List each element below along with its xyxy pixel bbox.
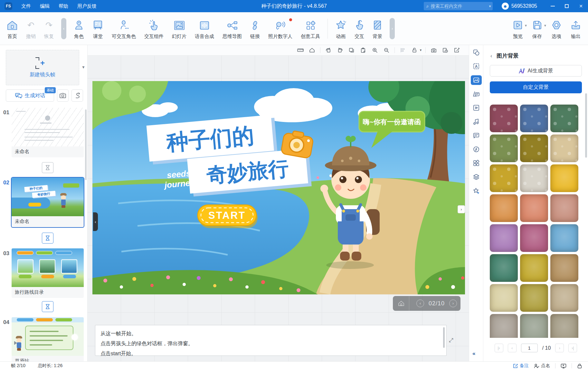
save-button[interactable]: ▼ 保存 bbox=[527, 18, 547, 40]
frame-item-3[interactable]: 旅行路线目录 bbox=[12, 248, 84, 298]
formula-tool[interactable] bbox=[471, 144, 482, 154]
page-number-input[interactable] bbox=[521, 344, 538, 352]
background-swatch[interactable] bbox=[490, 224, 518, 252]
video-tool[interactable] bbox=[471, 103, 482, 113]
copy-icon[interactable] bbox=[347, 46, 356, 54]
presenter-view-button[interactable] bbox=[561, 364, 566, 368]
background-swatch[interactable] bbox=[490, 105, 518, 132]
history-icon[interactable] bbox=[441, 46, 450, 54]
shapes-tool[interactable] bbox=[471, 48, 482, 57]
editor-canvas[interactable]: ▼ bbox=[88, 45, 469, 361]
export-button[interactable]: 输出 bbox=[566, 18, 585, 40]
notes-scrollbar[interactable] bbox=[443, 327, 445, 348]
unlock-icon[interactable] bbox=[410, 46, 419, 54]
background-swatch[interactable] bbox=[550, 284, 578, 312]
snapshot-icon[interactable] bbox=[429, 46, 439, 54]
background-swatch[interactable] bbox=[550, 105, 578, 132]
slides-button[interactable]: 幻灯片 bbox=[168, 18, 191, 40]
stage-illustration[interactable]: 种子们的 seeds' journey 奇妙旅行 嗨~你有一份 bbox=[92, 81, 465, 294]
caption-tool[interactable] bbox=[471, 131, 482, 140]
background-button[interactable]: 背景 bbox=[368, 18, 386, 40]
interactive-character-button[interactable]: 可交互角色 bbox=[108, 18, 140, 40]
background-swatch[interactable] bbox=[520, 164, 548, 192]
layers-tool[interactable] bbox=[471, 172, 482, 182]
collapse-sidebar-handle[interactable]: ‹ bbox=[93, 212, 98, 231]
interaction-button[interactable]: 交互 bbox=[350, 18, 368, 40]
transition-button-2[interactable] bbox=[42, 233, 53, 244]
background-swatch[interactable] bbox=[550, 134, 578, 162]
options-button[interactable]: 选项 bbox=[547, 18, 566, 40]
classroom-button[interactable]: 课堂 bbox=[88, 18, 108, 40]
background-swatch[interactable] bbox=[490, 194, 518, 222]
background-swatch[interactable] bbox=[490, 134, 518, 162]
ai-generate-background-button[interactable]: AI生成背景 bbox=[490, 65, 582, 77]
home-outline-icon[interactable] bbox=[307, 46, 317, 54]
menu-help[interactable]: 帮助 bbox=[55, 2, 71, 11]
background-swatch[interactable] bbox=[520, 284, 548, 312]
transition-button-1[interactable] bbox=[42, 162, 53, 173]
favorites-tool[interactable] bbox=[471, 186, 482, 196]
prev-page-button[interactable]: ‹ bbox=[508, 344, 517, 352]
photo-avatar-button[interactable]: 照片数字人 bbox=[264, 18, 297, 40]
new-frame-button[interactable]: + 新建镜头帧 bbox=[6, 50, 79, 85]
frame-item-2-selected[interactable]: 种子们的 奇妙旅行 未命名 bbox=[12, 178, 84, 227]
prev-frame-button[interactable]: ‹ bbox=[416, 300, 424, 307]
background-swatch[interactable] bbox=[550, 254, 578, 282]
link-button[interactable]: 链接 bbox=[246, 18, 264, 40]
background-swatch[interactable] bbox=[490, 284, 518, 312]
background-swatch[interactable] bbox=[550, 314, 578, 338]
background-swatch[interactable] bbox=[520, 224, 548, 252]
user-avatar[interactable]: ☻ bbox=[502, 3, 509, 10]
next-page-button[interactable]: › bbox=[555, 344, 564, 352]
template-tool[interactable] bbox=[471, 89, 482, 99]
background-swatch[interactable] bbox=[520, 314, 548, 338]
next-frame-button[interactable]: › bbox=[449, 300, 457, 307]
custom-background-button[interactable]: 自定义背景 bbox=[490, 81, 582, 93]
tts-button[interactable]: 语音合成 bbox=[191, 18, 218, 40]
panel-scrollbar[interactable] bbox=[585, 93, 587, 158]
home-button[interactable]: 首页 bbox=[3, 18, 22, 40]
background-swatch[interactable] bbox=[490, 314, 518, 338]
transition-button-3[interactable] bbox=[42, 301, 53, 312]
frame-notes-box[interactable]: 从这一帧开始。 点击男孩头上的绿色对话框，弹出弹窗。 点击start开始。 bbox=[95, 325, 447, 356]
project-search[interactable]: ⌕ ▾ bbox=[424, 2, 493, 10]
lock-caret-icon[interactable]: ▼ bbox=[419, 49, 422, 52]
text-tool[interactable]: A bbox=[471, 61, 482, 71]
lock-canvas-button[interactable] bbox=[577, 364, 582, 368]
close-button[interactable]: ✕ bbox=[574, 0, 588, 12]
search-input[interactable] bbox=[431, 4, 489, 9]
music-tool[interactable] bbox=[471, 117, 482, 126]
notes-toggle-button[interactable]: 备注 bbox=[513, 363, 529, 369]
frame-item-1[interactable]: 未命名 bbox=[12, 108, 84, 157]
zoom-out-icon[interactable] bbox=[382, 46, 391, 54]
start-button[interactable]: START bbox=[198, 205, 258, 228]
edit-note-icon[interactable] bbox=[452, 46, 462, 54]
screenshot-button[interactable] bbox=[57, 89, 69, 102]
animation-button[interactable]: 动画 bbox=[331, 18, 350, 40]
background-swatch[interactable] bbox=[550, 224, 578, 252]
search-caret-icon[interactable]: ▾ bbox=[489, 4, 491, 8]
background-swatch[interactable] bbox=[520, 134, 548, 162]
menu-feedback[interactable]: 用户反馈 bbox=[74, 2, 100, 11]
mindmap-button[interactable]: 思维导图 bbox=[218, 18, 246, 40]
first-frame-icon[interactable] bbox=[398, 301, 404, 306]
maximize-button[interactable] bbox=[560, 0, 574, 12]
generate-dialog-button[interactable]: 生成对话 基础 bbox=[6, 89, 54, 102]
frame-item-4[interactable]: 草原站 bbox=[12, 317, 84, 367]
rollcall-button[interactable]: 点名 bbox=[534, 363, 550, 369]
background-swatch[interactable] bbox=[520, 105, 548, 132]
last-page-button[interactable]: ›| bbox=[568, 344, 577, 352]
rotate-right-icon[interactable] bbox=[335, 46, 345, 54]
interactive-widget-button[interactable]: 交互组件 bbox=[140, 18, 168, 40]
zoom-in-icon[interactable] bbox=[370, 46, 380, 54]
expand-panel-handle[interactable]: › bbox=[458, 205, 465, 213]
character-button[interactable]: 角色 bbox=[70, 18, 88, 40]
background-swatch[interactable] bbox=[550, 194, 578, 222]
toolbar-collapse-right[interactable]: › bbox=[390, 18, 395, 39]
new-frame-caret-icon[interactable]: ▼ bbox=[81, 65, 85, 69]
preview-caret-icon[interactable]: ▼ bbox=[524, 24, 527, 27]
collapse-panel-icon[interactable]: « bbox=[472, 350, 475, 357]
background-swatch[interactable] bbox=[490, 254, 518, 282]
paste-icon[interactable] bbox=[358, 46, 368, 54]
preview-button[interactable]: ▼ 预览 bbox=[508, 18, 527, 40]
